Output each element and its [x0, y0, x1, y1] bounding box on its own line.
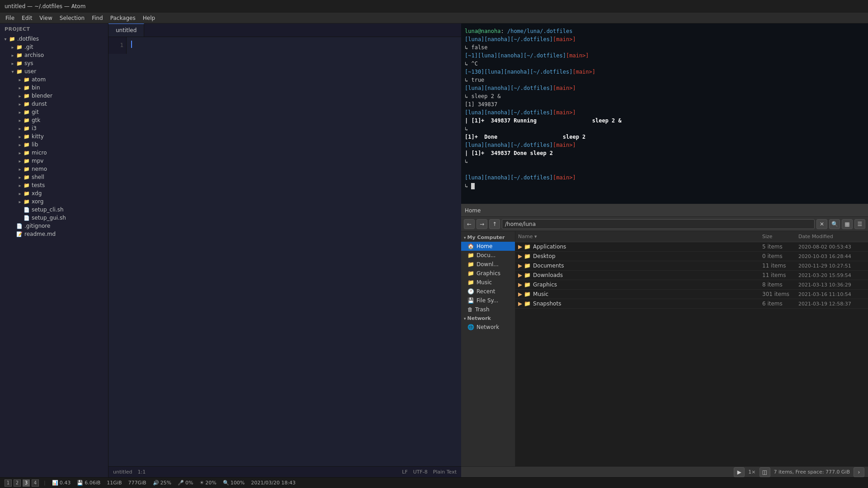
tree-icon-i3: 📁	[24, 126, 30, 131]
fm-sidebar-downl---[interactable]: 📁Downl...	[461, 260, 515, 269]
tree-label-xorg: xorg	[32, 198, 43, 205]
fm-zoom: 1×	[748, 469, 755, 475]
fm-file-row[interactable]: ▶ 📁 Applications 5 items 2020-08-02 00:5…	[515, 242, 868, 252]
tree-label-xdg: xdg	[32, 190, 42, 197]
tray-disk1: 💾 6.06iB	[75, 480, 102, 486]
menu-item-edit[interactable]: Edit	[18, 14, 36, 22]
tree-item-atom[interactable]: ▸📁atom	[0, 75, 108, 84]
tray-zoom[interactable]: 🔍 100%	[222, 480, 246, 486]
fm-file-row[interactable]: ▶ 📁 Graphics 8 items 2021-03-13 10:36:29	[515, 280, 868, 290]
tray-cpu: 📊 0.43	[51, 480, 72, 486]
editor-section: untitled 1 untitled 1:1 LF	[108, 23, 461, 477]
fm-sidebar-music[interactable]: 📁Music	[461, 278, 515, 287]
tree-item-sys[interactable]: ▸📁sys	[0, 59, 108, 67]
tree-item-dotfiles-root[interactable]: ▾📁.dotfiles	[0, 35, 108, 43]
tray-volume[interactable]: 🔊 25%	[151, 480, 173, 486]
menu-item-packages[interactable]: Packages	[107, 14, 139, 22]
tree-item-tests[interactable]: ▸📁tests	[0, 181, 108, 189]
tree-label-shell: shell	[32, 174, 44, 180]
tree-item-micro[interactable]: ▸📁micro	[0, 149, 108, 157]
tree-item-setup_cli[interactable]: 📄setup_cli.sh	[0, 206, 108, 214]
fm-sidebar-file-sy---[interactable]: 💾File Sy...	[461, 296, 515, 305]
tree-content: ▾📁.dotfiles▸📁.git▸📁archiso▸📁sys▾📁user▸📁a…	[0, 35, 108, 238]
fm-file-row[interactable]: ▶ 📁 Downloads 11 items 2021-03-20 15:59:…	[515, 271, 868, 280]
tree-item-kitty[interactable]: ▸📁kitty	[0, 132, 108, 141]
fm-clear-button[interactable]: ✕	[816, 219, 827, 229]
tray-brightness[interactable]: ☀ 20%	[198, 480, 217, 486]
fm-list-button[interactable]: ☰	[854, 219, 865, 229]
fm-path-bar[interactable]: /home/luna	[502, 219, 815, 229]
tree-item-archiso[interactable]: ▸📁archiso	[0, 51, 108, 59]
fm-file-row[interactable]: ▶ 📁 Desktop 0 items 2020-10-03 16:28:44	[515, 252, 868, 261]
editor-content[interactable]: 1	[108, 37, 461, 466]
col-name[interactable]: Name ▾	[515, 233, 760, 240]
fm-section-my-computer[interactable]: ▾My Computer	[461, 233, 515, 242]
file-tree-sidebar[interactable]: Project ▾📁.dotfiles▸📁.git▸📁archiso▸📁sys▾…	[0, 23, 108, 477]
tree-label-dunst: dunst	[32, 101, 47, 107]
fm-file-name: ▶ 📁 Applications	[515, 244, 760, 250]
fm-file-row[interactable]: ▶ 📁 Music 301 items 2021-03-16 11:10:54	[515, 290, 868, 299]
menu-item-find[interactable]: Find	[88, 14, 107, 22]
fm-section-arrow: ▾	[464, 235, 466, 240]
fm-sidebar-icon: 🏠	[467, 243, 474, 249]
fm-toolbar: ← → ↑ /home/luna ✕ 🔍 ▦ ☰	[461, 217, 868, 231]
fm-file-row[interactable]: ▶ 📁 Snapshots 6 items 2021-03-19 12:58:3…	[515, 299, 868, 309]
tree-item-xorg[interactable]: ▸📁xorg	[0, 197, 108, 206]
fm-status: ▶ 1× ◫ 7 items, Free space: 777.0 GiB ›	[461, 466, 868, 477]
fm-sidebar-network[interactable]: 🌐Network	[461, 323, 515, 332]
fm-sidebar-icon: 📁	[467, 252, 474, 258]
fm-file-label: Music	[533, 291, 548, 297]
fm-grid-button[interactable]: ▦	[842, 219, 853, 229]
fm-up-button[interactable]: ↑	[489, 219, 500, 229]
fm-back-button[interactable]: ←	[464, 219, 475, 229]
tree-item-setup_gui[interactable]: 📄setup_gui.sh	[0, 214, 108, 222]
fm-sidebar-recent[interactable]: 🕐Recent	[461, 287, 515, 296]
tree-icon-lib: 📁	[24, 142, 30, 148]
fm-sidebar-trash[interactable]: 🗑Trash	[461, 305, 515, 314]
fm-section-network[interactable]: ▾Network	[461, 314, 515, 323]
fm-search-button[interactable]: 🔍	[829, 219, 840, 229]
tree-item-lib[interactable]: ▸📁lib	[0, 141, 108, 149]
tree-label-dotfiles-root: .dotfiles	[17, 36, 39, 42]
term-line: | [1]+ 349837 Done sleep 2	[465, 149, 864, 157]
tree-item-xdg[interactable]: ▸📁xdg	[0, 189, 108, 197]
fm-sidebar-graphics[interactable]: 📁Graphics	[461, 269, 515, 278]
workspace-2[interactable]: 2	[14, 479, 21, 487]
fm-file-row[interactable]: ▶ 📁 Documents 11 items 2020-11-29 10:27:…	[515, 261, 868, 271]
tree-label-lib: lib	[32, 141, 38, 148]
menu-item-help[interactable]: Help	[139, 14, 159, 22]
tree-item-nemo[interactable]: ▸📁nemo	[0, 165, 108, 173]
workspace-3[interactable]: 3	[23, 479, 30, 487]
tree-item-shell[interactable]: ▸📁shell	[0, 173, 108, 181]
tree-item-readme[interactable]: 📝readme.md	[0, 230, 108, 238]
fm-forward-button[interactable]: →	[476, 219, 487, 229]
tree-item-i3[interactable]: ▸📁i3	[0, 124, 108, 132]
col-date[interactable]: Date Modified	[796, 233, 868, 240]
fm-split-button[interactable]: ◫	[760, 467, 770, 477]
tree-item-bin[interactable]: ▸📁bin	[0, 84, 108, 92]
tray-mic[interactable]: 🎤 0%	[176, 480, 194, 486]
tree-item-git[interactable]: ▸📁.git	[0, 43, 108, 51]
tree-item-dunst[interactable]: ▸📁dunst	[0, 100, 108, 108]
col-size[interactable]: Size	[760, 233, 796, 240]
terminal[interactable]: luna@nanoha: /home/luna/.dotfiles [luna]…	[461, 23, 868, 204]
tree-item-gtk[interactable]: ▸📁gtk	[0, 116, 108, 124]
fm-file-size: 11 items	[760, 272, 796, 278]
fm-sidebar-docu---[interactable]: 📁Docu...	[461, 251, 515, 260]
tree-item-blender[interactable]: ▸📁blender	[0, 92, 108, 100]
tab-untitled[interactable]: untitled	[108, 23, 144, 37]
workspace-4[interactable]: 4	[32, 479, 39, 487]
menu-item-file[interactable]: File	[2, 14, 18, 22]
fm-sidebar-home[interactable]: 🏠Home	[461, 242, 515, 251]
fm-info-button[interactable]: ›	[854, 467, 864, 477]
tree-item-user[interactable]: ▾📁user	[0, 67, 108, 75]
tree-item-git2[interactable]: ▸📁git	[0, 108, 108, 116]
menu-item-selection[interactable]: Selection	[56, 14, 88, 22]
tree-item-gitignore[interactable]: 📄.gitignore	[0, 222, 108, 230]
encoding: UTF-8	[413, 469, 428, 475]
menu-item-view[interactable]: View	[36, 14, 56, 22]
tree-item-mpv[interactable]: ▸📁mpv	[0, 157, 108, 165]
term-line: ↳ ^C	[465, 60, 864, 68]
workspace-1[interactable]: 1	[5, 479, 12, 487]
fm-terminal-button[interactable]: ▶	[734, 467, 745, 477]
